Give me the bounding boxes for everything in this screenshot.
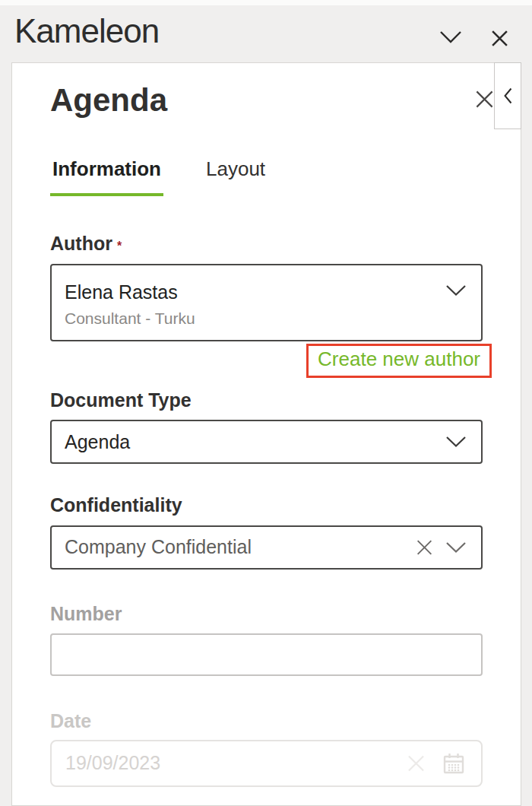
tab-bar: Information Layout xyxy=(50,157,483,196)
required-marker: * xyxy=(117,240,122,252)
app-title: Kameleon xyxy=(14,12,159,50)
date-label: Date xyxy=(50,709,483,734)
number-field-group: Number xyxy=(50,601,483,677)
date-field-group: Date xyxy=(50,709,483,787)
chevron-down-icon xyxy=(439,30,462,44)
number-label: Number xyxy=(50,601,483,627)
document-type-value: Agenda xyxy=(65,431,130,453)
document-type-combobox[interactable]: Agenda xyxy=(50,420,483,464)
task-pane: Agenda Information Layout Author* Elena … xyxy=(11,62,521,806)
confidentiality-field-group: Confidentiality Company Confidential xyxy=(50,493,483,570)
create-author-row: Create new author xyxy=(50,344,492,378)
page-title: Agenda xyxy=(50,83,483,118)
number-input xyxy=(50,633,483,676)
window-header: Kameleon xyxy=(0,5,532,62)
annotation-highlight-box: Create new author xyxy=(306,344,492,378)
chevron-down-icon xyxy=(445,541,467,554)
confidentiality-label: Confidentiality xyxy=(50,493,483,518)
clear-x-icon xyxy=(406,753,426,773)
document-type-label: Document Type xyxy=(50,388,483,413)
date-input-wrap xyxy=(50,740,483,787)
author-field-group: Author* Elena Rastas Consultant - Turku … xyxy=(50,231,483,377)
document-type-field-group: Document Type Agenda xyxy=(50,388,483,465)
author-label-row: Author* xyxy=(50,231,483,256)
confidentiality-value: Company Confidential xyxy=(65,536,252,558)
author-value: Elena Rastas xyxy=(65,281,432,304)
author-label: Author xyxy=(50,233,112,254)
clear-x-icon xyxy=(415,538,434,557)
close-icon xyxy=(490,29,510,48)
create-new-author-link[interactable]: Create new author xyxy=(318,348,480,371)
window-close-button[interactable] xyxy=(490,28,510,48)
window-top-strip xyxy=(0,0,532,5)
chevron-down-icon xyxy=(445,436,467,448)
chevron-down-icon xyxy=(445,284,467,297)
window-collapse-button[interactable] xyxy=(439,30,462,45)
calendar-icon xyxy=(442,751,466,776)
tab-information[interactable]: Information xyxy=(50,157,163,196)
author-subtitle: Consultant - Turku xyxy=(65,309,432,328)
confidentiality-combobox[interactable]: Company Confidential xyxy=(50,525,483,570)
author-combobox[interactable]: Elena Rastas Consultant - Turku xyxy=(50,264,483,341)
confidentiality-clear-button[interactable] xyxy=(415,538,434,557)
tab-layout[interactable]: Layout xyxy=(204,157,268,196)
